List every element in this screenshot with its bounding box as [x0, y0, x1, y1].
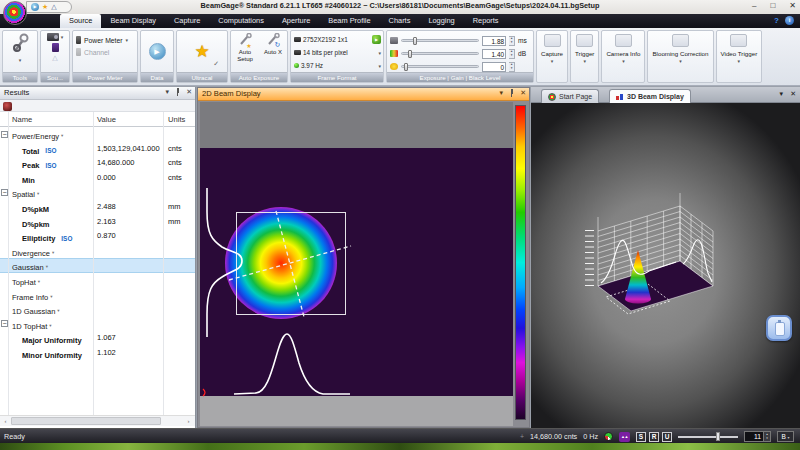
ultracal-quick-icon[interactable]: ★	[42, 3, 48, 11]
result-group-divergence[interactable]: Divergence▾	[0, 244, 195, 259]
collapse-icon[interactable]: −	[1, 320, 8, 327]
column-name[interactable]: Name	[12, 115, 32, 124]
collapse-icon[interactable]: −	[1, 189, 8, 196]
beam-2d-close-icon[interactable]: ✕	[520, 89, 526, 97]
slider-track[interactable]	[401, 39, 479, 42]
tab-beam-display[interactable]: Beam Display	[101, 14, 165, 28]
value-input[interactable]: 1.40	[482, 49, 506, 59]
beam-2d-header[interactable]: 2D Beam Display ▾ ✕	[198, 88, 529, 101]
close-button[interactable]: ✕	[789, 1, 796, 10]
beam-3d-view[interactable]	[531, 103, 800, 428]
result-row-min[interactable]: Min0.000cnts	[0, 171, 195, 186]
aperture-quick-icon[interactable]: △	[51, 3, 56, 11]
video-trigger-button[interactable]: Video Trigger▾	[716, 30, 763, 83]
status-flag-u[interactable]: U	[662, 432, 672, 442]
dropdown-caret-icon[interactable]: ▾	[738, 58, 741, 64]
dropdown-caret-icon[interactable]: ▾	[679, 58, 682, 64]
tab-source[interactable]: Source	[60, 14, 101, 28]
help-icon[interactable]: ?	[774, 16, 779, 25]
slider-thumb[interactable]	[716, 432, 720, 441]
camera-source-icon[interactable]	[47, 33, 59, 41]
doc-tabs-caret-icon[interactable]: ▾	[780, 90, 784, 98]
auto-x-button[interactable]: ↻ Auto X	[260, 33, 286, 71]
frame-format-row[interactable]: 3.97 Hz▾	[294, 59, 381, 72]
pin-icon[interactable]	[175, 88, 180, 96]
value-input[interactable]: 0	[482, 62, 506, 72]
result-row-major-uniformity[interactable]: Major Uniformity1.067	[0, 331, 195, 346]
doc-close-icon[interactable]: ✕	[790, 90, 796, 98]
dropdown-caret-icon[interactable]: ▾	[551, 58, 554, 64]
app-logo-icon[interactable]	[3, 1, 27, 25]
beam-2d-menu-caret-icon[interactable]: ▾	[500, 89, 504, 97]
power-meter-button[interactable]: Power Meter ▾	[76, 34, 137, 46]
frame-format-row[interactable]: 14 bits per pixel▾	[294, 46, 381, 59]
scroll-right-icon[interactable]: ›	[183, 416, 194, 426]
dropdown-caret-icon[interactable]: ▾	[622, 58, 625, 64]
group-caret-icon[interactable]: ▾	[37, 191, 39, 196]
frame-format-row[interactable]: 2752X2192 1x1▾	[294, 33, 381, 46]
result-group-power-energy[interactable]: −Power/Energy▾	[0, 127, 195, 142]
result-row-peak[interactable]: PeakISO14,680.000cnts	[0, 156, 195, 171]
tab-aperture[interactable]: Aperture	[273, 14, 319, 28]
dropdown-caret-icon[interactable]: ▾	[378, 50, 381, 56]
result-group-tophat[interactable]: TopHat▾	[0, 273, 195, 288]
restore-button[interactable]: □	[770, 1, 775, 10]
start-capture-icon[interactable]: ▶	[31, 3, 39, 11]
result-row-d-pkm[interactable]: D%pkm2.163mm	[0, 215, 195, 230]
dropdown-caret-icon[interactable]: ▾	[378, 63, 381, 69]
data-play-button[interactable]: ▶	[149, 43, 166, 60]
beam-2d-view[interactable]	[200, 102, 513, 426]
zoom-slider[interactable]	[678, 432, 738, 442]
beam-2d-pin-icon[interactable]	[509, 89, 514, 97]
status-flag-s[interactable]: S	[636, 432, 646, 442]
blooming-correction-button[interactable]: Blooming Correction▾	[647, 30, 713, 83]
result-group-frame-info[interactable]: Frame Info▾	[0, 288, 195, 303]
doc-tab-3d-beam-display[interactable]: 3D Beam Display	[609, 89, 691, 103]
group-caret-icon[interactable]: ▾	[50, 294, 52, 299]
result-group-1d-gaussian[interactable]: 1D Gaussian▾	[0, 302, 195, 317]
result-row-ellipticity[interactable]: EllipticityISO0.870	[0, 229, 195, 244]
column-value[interactable]: Value	[97, 115, 116, 124]
auto-setup-button[interactable]: ★ Auto Setup	[232, 33, 258, 71]
doc-tab-start-page[interactable]: Start Page	[541, 89, 599, 103]
group-caret-icon[interactable]: ▾	[38, 279, 40, 284]
minimize-button[interactable]: –	[752, 1, 756, 10]
tab-reports[interactable]: Reports	[464, 14, 508, 28]
color-scale-bar[interactable]	[515, 105, 526, 420]
trigger-button[interactable]: Trigger▾	[570, 30, 599, 83]
group-caret-icon[interactable]: ▾	[49, 323, 51, 328]
camera-info-button[interactable]: Camera Info▾	[601, 30, 645, 83]
tab-computations[interactable]: Computations	[209, 14, 273, 28]
source-caret-icon[interactable]: ▾	[61, 34, 64, 40]
value-spinner[interactable]: ▴▾	[509, 36, 515, 46]
capture-button[interactable]: Capture▾	[536, 30, 568, 83]
slider-thumb[interactable]	[413, 37, 417, 45]
usb-device-icon[interactable]	[766, 315, 792, 341]
ultracal-star-icon[interactable]: ★	[194, 41, 209, 62]
scrollbar-thumb[interactable]	[11, 417, 161, 425]
result-row-d-pkm[interactable]: D%pkM2.488mm	[0, 200, 195, 215]
result-group-1d-tophat[interactable]: −1D TopHat▾	[0, 317, 195, 332]
tab-charts[interactable]: Charts	[380, 14, 420, 28]
scroll-left-icon[interactable]: ‹	[0, 416, 11, 426]
mode-dropdown[interactable]: B ▾	[777, 431, 794, 442]
result-group-gaussian[interactable]: Gaussian▾	[0, 258, 195, 273]
slider-thumb[interactable]	[404, 63, 408, 71]
slider-track[interactable]	[401, 52, 479, 55]
results-menu-caret-icon[interactable]: ▾	[166, 88, 170, 96]
file-source-icon[interactable]	[52, 43, 59, 52]
group-caret-icon[interactable]: ▾	[61, 133, 63, 138]
go-button[interactable]: ▶	[372, 35, 381, 44]
zoom-spinner[interactable]: ▴▾	[764, 431, 771, 442]
tab-capture[interactable]: Capture	[165, 14, 209, 28]
result-group-spatial[interactable]: −Spatial▾	[0, 185, 195, 200]
value-spinner[interactable]: ▴▾	[509, 62, 515, 72]
group-caret-icon[interactable]: ▾	[57, 308, 59, 313]
dropdown-caret-icon[interactable]: ▾	[583, 58, 586, 64]
collapse-icon[interactable]: −	[1, 131, 8, 138]
tools-caret-icon[interactable]: ▾	[19, 57, 22, 63]
results-horizontal-scrollbar[interactable]: ‹ ›	[0, 415, 195, 426]
slider-track[interactable]	[401, 65, 479, 68]
tab-logging[interactable]: Logging	[419, 14, 463, 28]
group-caret-icon[interactable]: ▾	[46, 264, 48, 269]
